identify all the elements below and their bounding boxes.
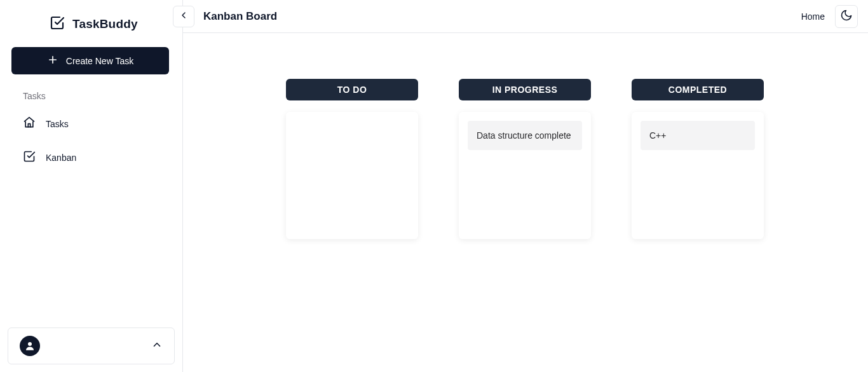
profile-card[interactable] [8,327,175,364]
sidebar-item-label: Kanban [46,153,76,163]
create-task-button[interactable]: Create New Task [11,47,169,74]
back-button[interactable] [173,6,194,27]
kanban-column-inprogress: IN PROGRESS Data structure complete [459,79,591,352]
nav-section-label: Tasks [23,91,171,101]
chevron-left-icon [179,10,189,22]
sidebar-item-label: Tasks [46,119,69,129]
topbar: Kanban Board Home [183,0,868,33]
column-header: COMPLETED [632,79,764,100]
sidebar-item-kanban[interactable]: Kanban [11,145,171,170]
column-body[interactable]: Data structure complete [459,112,591,239]
kanban-column-todo: TO DO [286,79,418,352]
sidebar: TaskBuddy Create New Task Tasks [0,0,183,372]
kanban-board: TO DO IN PROGRESS Data structure complet… [183,33,868,372]
main: Kanban Board Home TO DO [183,0,868,372]
check-square-icon [23,150,36,165]
create-task-label: Create New Task [66,56,133,66]
app-name: TaskBuddy [72,17,138,31]
column-header: IN PROGRESS [459,79,591,100]
kanban-card[interactable]: C++ [641,121,755,150]
avatar [20,336,40,356]
plus-icon [47,54,58,67]
chevron-up-icon [151,339,163,353]
theme-toggle-button[interactable] [835,5,858,28]
logo-icon [50,15,65,33]
kanban-card[interactable]: Data structure complete [468,121,582,150]
sidebar-item-tasks[interactable]: Tasks [11,111,171,136]
home-icon [23,116,36,131]
moon-icon [840,9,853,24]
logo[interactable]: TaskBuddy [11,11,171,47]
column-body[interactable]: C++ [632,112,764,239]
kanban-column-completed: COMPLETED C++ [632,79,764,352]
svg-point-2 [28,342,32,346]
column-header: TO DO [286,79,418,100]
page-title: Kanban Board [203,10,277,23]
column-body[interactable] [286,112,418,239]
home-link[interactable]: Home [801,11,825,22]
